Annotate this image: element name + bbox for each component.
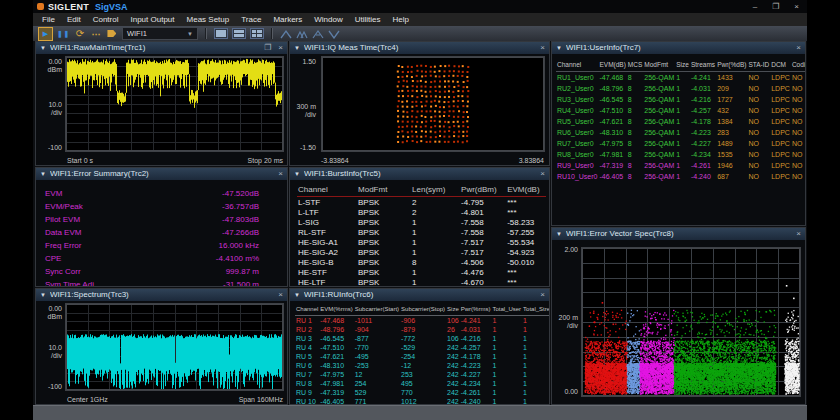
- column-header[interactable]: DCM: [770, 57, 791, 72]
- column-header[interactable]: Pwr(%rms): [460, 303, 492, 316]
- panel-header[interactable]: ▼ WIFI1:Error Summary(Trc2) ×: [36, 168, 287, 180]
- collapse-icon[interactable]: ▼: [40, 168, 46, 180]
- restore-icon[interactable]: ❐: [264, 42, 271, 54]
- column-header[interactable]: Size: [446, 303, 460, 316]
- panel-header[interactable]: ▼ WIFI1:RUInfo(Trc6) ×: [290, 289, 549, 301]
- column-header[interactable]: Channel: [295, 303, 319, 316]
- constellation-plot[interactable]: [321, 56, 545, 152]
- close-icon[interactable]: ×: [540, 42, 545, 54]
- table-row[interactable]: RU8_User0-47.9818256-QAM1-4.2341535NOLDP…: [556, 149, 805, 160]
- table-row[interactable]: RU 1-47.468-1011-906106-4.24111: [295, 316, 549, 326]
- column-header[interactable]: Pwr(dBm): [460, 183, 506, 197]
- layout-single-button[interactable]: [214, 28, 228, 39]
- collapse-icon[interactable]: ▼: [294, 42, 300, 54]
- peak-search-button[interactable]: [280, 29, 292, 39]
- table-row[interactable]: RU 9-47.319529770242-4.26111: [295, 388, 549, 397]
- column-header[interactable]: EVM(dB): [598, 57, 626, 72]
- marker-to-peak-button[interactable]: [312, 29, 324, 39]
- column-header[interactable]: EVM(%rms): [319, 303, 353, 316]
- table-row[interactable]: RU 2-48.796-904-87926-4.03111: [295, 325, 549, 334]
- column-header[interactable]: Channel: [297, 183, 357, 197]
- table-row[interactable]: RU10_User0-46.4058256-QAM1-4.240687NOLDP…: [556, 171, 805, 182]
- layout-grid-button[interactable]: [250, 28, 264, 39]
- run-button[interactable]: ▶: [38, 27, 53, 41]
- menu-item-help[interactable]: Help: [387, 13, 415, 26]
- raw-main-time-plot[interactable]: [65, 56, 284, 152]
- column-header[interactable]: ModFmt: [357, 183, 411, 197]
- pause-button[interactable]: ❚❚: [57, 28, 70, 40]
- menu-item-edit[interactable]: Edit: [61, 13, 87, 26]
- table-row[interactable]: HE-SIG-A2BPSK1-7.517-54.923: [297, 247, 546, 257]
- collapse-icon[interactable]: ▼: [40, 289, 46, 301]
- table-row[interactable]: RU6_User0-48.3108256-QAM1-4.223283NOLDPC…: [556, 127, 805, 138]
- table-row[interactable]: L-STFBPSK2-4.795***: [297, 197, 546, 208]
- close-button[interactable]: ×: [794, 0, 799, 13]
- panel-header[interactable]: ▼ WIFI1:Spectrum(Trc3) ×: [36, 289, 287, 301]
- collapse-icon[interactable]: ▼: [556, 228, 562, 240]
- close-icon[interactable]: ×: [278, 289, 283, 301]
- table-row[interactable]: RU2_User0-48.7968256-QAM1-4.031209NOLDPC…: [556, 83, 805, 94]
- table-row[interactable]: RU 5-47.621-495-254242-4.17811: [295, 352, 549, 361]
- table-row[interactable]: L-SIGBPSK1-7.558-58.233: [297, 217, 546, 227]
- panel-header[interactable]: ▼ WIFI1:UserInfo(Trc7) ×: [552, 42, 805, 54]
- menu-item-markers[interactable]: Markers: [267, 13, 308, 26]
- column-header[interactable]: EVM(dB): [506, 183, 546, 197]
- collapse-icon[interactable]: ▼: [294, 289, 300, 301]
- table-row[interactable]: RU 8-47.981254495242-4.23411: [295, 379, 549, 388]
- table-row[interactable]: RU5_User0-47.6218256-QAM1-4.1781384NOLDP…: [556, 116, 805, 127]
- menu-item-utilities[interactable]: Utilities: [349, 13, 387, 26]
- table-row[interactable]: HE-LTFBPSK1-4.670***: [297, 277, 546, 286]
- table-row[interactable]: RU 7-47.97512253242-4.22711: [295, 370, 549, 379]
- next-peak-button[interactable]: [296, 29, 308, 39]
- panel-header[interactable]: ▼ WIFI1:Error Vector Spec(Trc8) ×: [552, 228, 805, 240]
- menu-item-file[interactable]: File: [36, 13, 61, 26]
- table-row[interactable]: HE-SIG-BBPSK8-4.506-50.010: [297, 257, 546, 267]
- title-bar[interactable]: SIGLENT SigVSA – ❐ ×: [33, 0, 807, 13]
- minimize-button[interactable]: –: [753, 0, 757, 13]
- column-header[interactable]: Len(sym): [411, 183, 460, 197]
- column-header[interactable]: STA-ID: [747, 57, 770, 72]
- column-header[interactable]: Streams: [690, 57, 716, 72]
- collapse-icon[interactable]: ▼: [40, 42, 46, 54]
- close-icon[interactable]: ×: [540, 289, 545, 301]
- more-button[interactable]: ⋯: [90, 28, 102, 40]
- column-header[interactable]: Channel: [556, 57, 598, 72]
- table-row[interactable]: RU 3-46.545-877-772106-4.21611: [295, 334, 549, 343]
- menu-item-meas-setup[interactable]: Meas Setup: [181, 13, 236, 26]
- panel-header[interactable]: ▼ WIFI1:BurstInfo(Trc5) ×: [290, 168, 549, 180]
- table-row[interactable]: RU9_User0-47.3198256-QAM1-4.2611946NOLDP…: [556, 160, 805, 171]
- maximize-button[interactable]: ❐: [772, 0, 779, 13]
- close-icon[interactable]: ×: [540, 168, 545, 180]
- menu-item-control[interactable]: Control: [87, 13, 125, 26]
- tag-button[interactable]: [106, 28, 118, 40]
- table-row[interactable]: RU3_User0-46.5458256-QAM1-4.2161727NOLDP…: [556, 94, 805, 105]
- panel-header[interactable]: ▼ WIFI1:IQ Meas Time(Trc4) ×: [290, 42, 549, 54]
- table-row[interactable]: HE-SIG-A1BPSK1-7.517-55.534: [297, 237, 546, 247]
- column-header[interactable]: Size: [675, 57, 690, 72]
- restart-button[interactable]: ⟳: [74, 28, 86, 40]
- table-row[interactable]: RU 6-48.310-253-12242-4.22311: [295, 361, 549, 370]
- table-row[interactable]: L-LTFBPSK2-4.801***: [297, 207, 546, 217]
- column-header[interactable]: Subcarrier(Stop): [400, 303, 446, 316]
- close-icon[interactable]: ×: [796, 228, 801, 240]
- close-icon[interactable]: ×: [278, 168, 283, 180]
- menu-item-input-output[interactable]: Input Output: [124, 13, 180, 26]
- column-header[interactable]: ModFmt: [643, 57, 675, 72]
- close-icon[interactable]: ×: [796, 42, 801, 54]
- close-icon[interactable]: ×: [278, 42, 283, 54]
- column-header[interactable]: Total_Streams: [522, 303, 549, 316]
- measurement-select[interactable]: WIFI1 ▼: [122, 27, 198, 40]
- collapse-icon[interactable]: ▼: [294, 168, 300, 180]
- table-row[interactable]: RU 10-46.4057711012242-4.24011: [295, 397, 549, 404]
- menu-item-window[interactable]: Window: [308, 13, 348, 26]
- table-row[interactable]: RU4_User0-47.5108256-QAM1-4.257432NOLDPC…: [556, 105, 805, 116]
- table-row[interactable]: HE-STFBPSK1-4.476***: [297, 267, 546, 277]
- error-vector-plot[interactable]: [581, 247, 801, 397]
- column-header[interactable]: MCS: [627, 57, 643, 72]
- collapse-icon[interactable]: ▼: [556, 42, 562, 54]
- menu-item-trace[interactable]: Trace: [235, 13, 267, 26]
- column-header[interactable]: Pwr(%dB): [716, 57, 747, 72]
- spectrum-plot[interactable]: [65, 303, 284, 391]
- table-row[interactable]: RU1_User0-47.4688256-QAM1-4.2411433NOLDP…: [556, 72, 805, 84]
- table-row[interactable]: RU 4-47.510-770-529242-4.25711: [295, 343, 549, 352]
